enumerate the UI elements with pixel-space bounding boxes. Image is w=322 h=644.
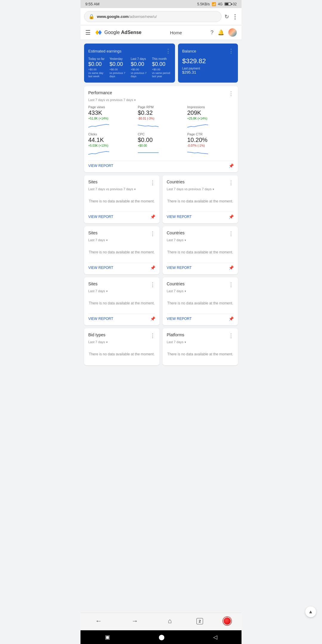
earning-today-sub: +$0.00vs same day last week bbox=[88, 68, 107, 78]
countries-mid2-menu[interactable]: ⋮ bbox=[228, 281, 234, 288]
metric-ctr: Page CTR 10.20% -0.07% (-1%) bbox=[187, 132, 234, 157]
performance-subtitle: Last 7 days vs previous 7 days ▾ bbox=[88, 98, 234, 102]
performance-title: Performance bbox=[88, 90, 112, 95]
sites-top-pin[interactable]: 📌 bbox=[150, 214, 155, 219]
countries-widget-mid2: Countries ⋮ Last 7 days ▾ There is no da… bbox=[162, 277, 238, 325]
countries-top-menu[interactable]: ⋮ bbox=[228, 179, 234, 186]
metrics-row2: Clicks 44.1K +5.03K (+13%) CPC $0.00 +$0… bbox=[88, 132, 234, 157]
countries-mid1-title: Countries bbox=[167, 230, 185, 235]
countries-mid2-dropdown[interactable]: ▾ bbox=[185, 290, 186, 293]
countries-top-nodata: There is no data available at the moment… bbox=[167, 194, 234, 208]
earning-today-value: $0.00 bbox=[88, 61, 107, 67]
sites-widget-mid1: Sites ⋮ Last 7 days ▾ There is no data a… bbox=[84, 226, 160, 274]
countries-top-view-report[interactable]: VIEW REPORT bbox=[167, 215, 192, 219]
bid-types-widget: Bid types ⋮ Last 7 days ▾ There is no da… bbox=[84, 328, 160, 365]
countries-mid1-view-report[interactable]: VIEW REPORT bbox=[167, 266, 192, 270]
metrics-row1: Page views 433K +51.8K (+14%) Page RPM $… bbox=[88, 105, 234, 130]
sites-mid2-title: Sites bbox=[88, 281, 97, 286]
countries-mid1-dropdown[interactable]: ▾ bbox=[185, 239, 186, 242]
network-type: 4G bbox=[218, 2, 223, 6]
platforms-menu[interactable]: ⋮ bbox=[228, 332, 234, 339]
sparkline-pageviews bbox=[88, 122, 135, 130]
earning-yesterday-value: $0.00 bbox=[109, 61, 128, 67]
bid-types-title: Bid types bbox=[88, 332, 106, 337]
hamburger-menu[interactable]: ☰ bbox=[85, 29, 91, 36]
browser-menu-button[interactable]: ⋮ bbox=[232, 13, 238, 20]
countries-top-title: Countries bbox=[167, 179, 185, 184]
metric-cpc-value: $0.00 bbox=[138, 137, 184, 143]
countries-mid1-pin[interactable]: 📌 bbox=[229, 265, 234, 270]
help-icon[interactable]: ? bbox=[210, 30, 213, 36]
adsense-logo-icon bbox=[94, 28, 103, 37]
sites-mid2-menu[interactable]: ⋮ bbox=[150, 281, 155, 288]
reload-button[interactable]: ↻ bbox=[225, 13, 229, 20]
url-text: www.google.com/adsense/new/u/ bbox=[97, 14, 157, 19]
earning-month-value: $0.00 bbox=[152, 61, 171, 67]
sites-mid1-view-report[interactable]: VIEW REPORT bbox=[88, 266, 113, 270]
earning-yesterday: Yesterday $0.00 +$0.00vs previous 7 days bbox=[109, 57, 128, 78]
metric-pageviews-value: 433K bbox=[88, 109, 135, 116]
metric-pageviews-label: Page views bbox=[88, 105, 135, 109]
earning-today: Today so far $0.00 +$0.00vs same day las… bbox=[88, 57, 107, 78]
earnings-card-menu[interactable]: ⋮ bbox=[165, 48, 171, 54]
sites-mid2-pin[interactable]: 📌 bbox=[150, 316, 155, 321]
sites-top-subtitle: Last 7 days vs previous 7 days ▾ bbox=[88, 187, 155, 191]
sites-mid1-pin[interactable]: 📌 bbox=[150, 265, 155, 270]
sites-mid2-subtitle: Last 7 days ▾ bbox=[88, 289, 155, 293]
sites-mid1-menu[interactable]: ⋮ bbox=[150, 230, 155, 237]
widgets-grid: Performance ⋮ Last 7 days vs previous 7 … bbox=[84, 86, 238, 365]
performance-menu[interactable]: ⋮ bbox=[228, 90, 234, 97]
performance-pin-icon[interactable]: 📌 bbox=[229, 163, 234, 168]
url-bar[interactable]: 🔒 www.google.com/adsense/new/u/ bbox=[84, 11, 222, 22]
metric-cpc-change: +$0.00 bbox=[138, 144, 184, 147]
platforms-title: Platforms bbox=[167, 332, 184, 337]
sites-top-menu[interactable]: ⋮ bbox=[150, 179, 155, 186]
sparkline-clicks bbox=[88, 149, 135, 157]
platforms-dropdown[interactable]: ▾ bbox=[185, 340, 186, 344]
balance-card-menu[interactable]: ⋮ bbox=[228, 48, 234, 54]
countries-widget-top: Countries ⋮ Last 7 days vs previous 7 da… bbox=[162, 175, 238, 223]
metric-ctr-change: -0.07% (-1%) bbox=[187, 144, 234, 147]
metric-ctr-value: 10.20% bbox=[187, 137, 234, 143]
main-content: Estimated earnings ⋮ Today so far $0.00 … bbox=[80, 40, 242, 402]
battery-icon bbox=[225, 2, 231, 6]
countries-widget-mid1: Countries ⋮ Last 7 days ▾ There is no da… bbox=[162, 226, 238, 274]
countries-mid2-view-report[interactable]: VIEW REPORT bbox=[167, 317, 192, 321]
sites-top-view-report[interactable]: VIEW REPORT bbox=[88, 215, 113, 219]
countries-mid2-pin[interactable]: 📌 bbox=[229, 316, 234, 321]
sites-mid1-dropdown[interactable]: ▾ bbox=[106, 239, 108, 242]
notifications-icon[interactable]: 🔔 bbox=[218, 29, 224, 36]
countries-top-pin[interactable]: 📌 bbox=[229, 214, 234, 219]
sites-top-title: Sites bbox=[88, 179, 97, 184]
metric-clicks-value: 44.1K bbox=[88, 137, 135, 143]
countries-mid2-subtitle: Last 7 days ▾ bbox=[167, 289, 234, 293]
adsense-logo: Google AdSense bbox=[94, 28, 142, 37]
countries-top-subtitle: Last 7 days vs previous 7 days ▾ bbox=[167, 187, 234, 191]
sites-mid2-view-report[interactable]: VIEW REPORT bbox=[88, 317, 113, 321]
app-name: Google AdSense bbox=[104, 30, 142, 35]
earning-today-label: Today so far bbox=[88, 57, 107, 61]
avatar[interactable] bbox=[228, 28, 237, 37]
bid-types-dropdown[interactable]: ▾ bbox=[106, 340, 108, 344]
countries-mid1-menu[interactable]: ⋮ bbox=[228, 230, 234, 237]
countries-mid1-nodata: There is no data available at the moment… bbox=[167, 245, 234, 259]
network-speed: 5.5KB/s bbox=[197, 2, 210, 6]
sites-top-dropdown[interactable]: ▾ bbox=[134, 188, 136, 191]
metric-impressions-label: Impressions bbox=[187, 105, 234, 109]
balance-card: Balance ⋮ $329.82 Last payment $295.31 bbox=[178, 44, 238, 83]
sites-widget-mid2: Sites ⋮ Last 7 days ▾ There is no data a… bbox=[84, 277, 160, 325]
countries-mid2-title: Countries bbox=[167, 281, 185, 286]
earning-7days-value: $0.00 bbox=[131, 61, 149, 67]
countries-top-dropdown[interactable]: ▾ bbox=[213, 188, 214, 191]
platforms-nodata: There is no data available at the moment… bbox=[167, 347, 234, 361]
metric-clicks-label: Clicks bbox=[88, 132, 135, 136]
metric-pageviews: Page views 433K +51.8K (+14%) bbox=[88, 105, 135, 130]
metric-impressions-value: 209K bbox=[187, 109, 234, 116]
sites-mid2-dropdown[interactable]: ▾ bbox=[106, 290, 108, 293]
sites-mid1-title: Sites bbox=[88, 230, 97, 235]
performance-view-report[interactable]: VIEW REPORT bbox=[88, 164, 113, 168]
bid-types-menu[interactable]: ⋮ bbox=[150, 332, 155, 339]
performance-dropdown-arrow[interactable]: ▾ bbox=[134, 98, 136, 102]
metric-impressions: Impressions 209K +25.8K (+14%) bbox=[187, 105, 234, 130]
performance-widget: Performance ⋮ Last 7 days vs previous 7 … bbox=[84, 86, 238, 172]
